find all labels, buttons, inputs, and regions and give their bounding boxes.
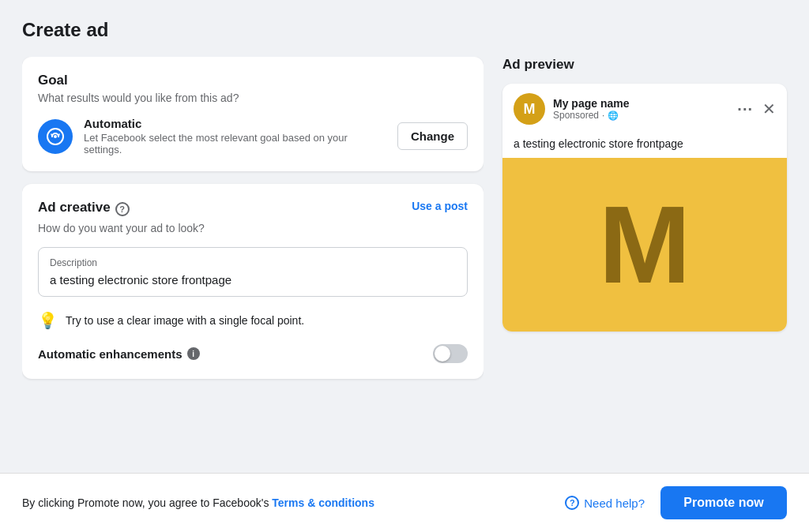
lightbulb-icon: 💡: [38, 311, 58, 330]
description-text: a testing electronic store frontpage: [50, 273, 456, 287]
toggle-knob: [435, 346, 450, 362]
disclaimer-text: By clicking Promote now, you agree to Fa…: [22, 496, 272, 509]
ad-creative-card: Ad creative ? Use a post How do you want…: [22, 184, 484, 379]
goal-card: Goal What results would you like from th…: [22, 57, 484, 171]
terms-link[interactable]: Terms & conditions: [272, 496, 374, 509]
right-column: Ad preview M My page name Sponsored · 🌐: [502, 57, 787, 444]
info-icon[interactable]: i: [187, 347, 200, 360]
description-label: Description: [50, 257, 456, 268]
need-help-icon: ?: [565, 496, 579, 510]
promote-now-button[interactable]: Promote now: [660, 486, 787, 519]
left-column: Goal What results would you like from th…: [22, 57, 484, 444]
globe-icon: 🌐: [608, 111, 619, 121]
svg-point-1: [54, 135, 57, 138]
change-button[interactable]: Change: [397, 122, 468, 150]
footer-right: ? Need help? Promote now: [565, 486, 787, 519]
need-help-label: Need help?: [584, 496, 645, 510]
avatar-letter: M: [524, 101, 536, 118]
main-content: Create ad Goal What results would you li…: [0, 0, 809, 473]
preview-sponsored: Sponsored · 🌐: [553, 110, 729, 121]
preview-header: M My page name Sponsored · 🌐 ··· ✕: [502, 84, 787, 134]
ad-creative-title-row: Ad creative ?: [38, 200, 130, 219]
ad-preview-card: M My page name Sponsored · 🌐 ··· ✕: [502, 84, 787, 332]
close-preview-button[interactable]: ✕: [762, 99, 776, 118]
automatic-enhancements-toggle[interactable]: [433, 344, 468, 363]
use-post-link[interactable]: Use a post: [412, 200, 468, 212]
two-column-layout: Goal What results would you like from th…: [22, 57, 787, 444]
preview-image: M: [502, 158, 787, 332]
description-box[interactable]: Description a testing electronic store f…: [38, 247, 468, 297]
goal-section-title: Goal: [38, 73, 468, 88]
enhancement-label-row: Automatic enhancements i: [38, 347, 200, 361]
ad-creative-subtitle: How do you want your ad to look?: [38, 222, 468, 234]
automatic-icon: [46, 127, 65, 146]
dot-separator: ·: [602, 110, 604, 121]
tip-row: 💡 Try to use a clear image with a single…: [38, 308, 468, 333]
ad-creative-header: Ad creative ? Use a post: [38, 200, 468, 219]
goal-text: Automatic Let Facebook select the most r…: [84, 117, 386, 155]
tip-text: Try to use a clear image with a single f…: [66, 314, 304, 327]
preview-actions: ··· ✕: [737, 99, 776, 118]
ad-creative-title: Ad creative: [38, 200, 111, 215]
preview-page-name: My page name: [553, 97, 729, 110]
ad-preview-title: Ad preview: [502, 57, 787, 73]
page-title: Create ad: [22, 19, 787, 41]
preview-avatar: M: [514, 93, 545, 125]
goal-desc: Let Facebook select the most relevant go…: [84, 132, 386, 155]
help-icon[interactable]: ?: [115, 202, 130, 216]
goal-icon: [38, 119, 73, 154]
footer-disclaimer: By clicking Promote now, you agree to Fa…: [22, 496, 374, 509]
need-help-button[interactable]: ? Need help?: [565, 496, 645, 510]
preview-post-text: a testing electronic store frontpage: [502, 134, 787, 158]
footer: By clicking Promote now, you agree to Fa…: [0, 473, 809, 532]
enhancement-label: Automatic enhancements: [38, 347, 182, 361]
sponsored-text: Sponsored: [553, 110, 599, 121]
goal-row: Automatic Let Facebook select the most r…: [38, 117, 468, 155]
enhancement-row: Automatic enhancements i: [38, 344, 468, 363]
goal-name: Automatic: [84, 117, 386, 130]
preview-big-letter: M: [599, 181, 691, 309]
preview-page-info: My page name Sponsored · 🌐: [553, 97, 729, 121]
goal-section-subtitle: What results would you like from this ad…: [38, 92, 468, 104]
more-options-button[interactable]: ···: [737, 100, 753, 118]
